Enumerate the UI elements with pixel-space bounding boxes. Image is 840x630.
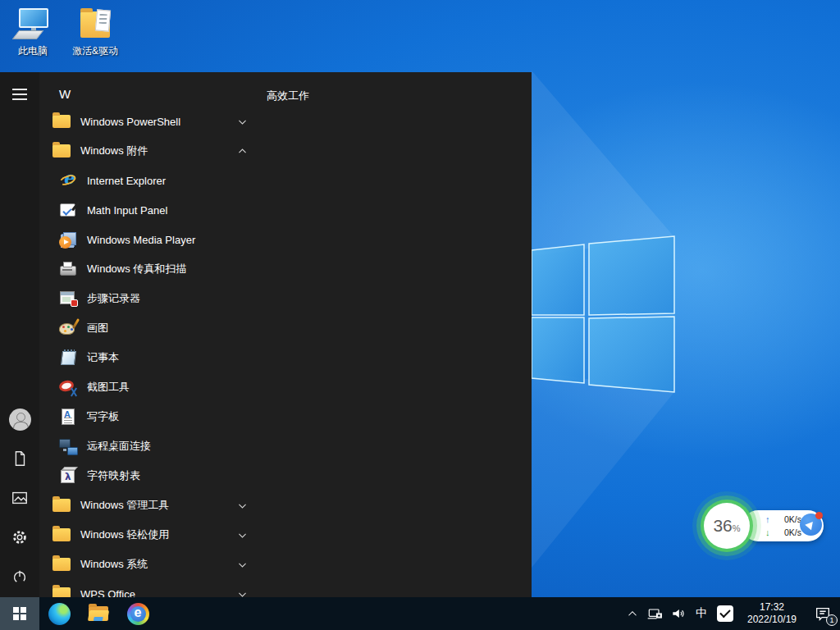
desktop-icon-label: 此电脑 [18,44,48,58]
memory-percent-sign: % [733,523,741,533]
taskbar-edge-button[interactable] [39,597,79,630]
start-menu-item[interactable]: 记事本 [39,343,262,372]
start-menu-item[interactable]: Internet Explorer [39,166,262,195]
start-menu-item-label: Windows 附件 [80,144,148,158]
edge-icon [48,603,71,625]
upload-speed: 0K/s [777,514,801,524]
character-map-icon [59,466,79,486]
chevron-down-icon [237,589,248,598]
start-menu-item-label: Windows Media Player [87,234,195,246]
paint-icon [59,318,79,338]
alphabet-section-header[interactable]: W [39,82,262,107]
folder-icon [52,141,72,161]
ime-indicator[interactable]: 中 [691,597,712,630]
notification-dot [815,512,823,519]
network-tray-button[interactable] [643,597,666,630]
start-menu-item-label: Windows PowerShell [80,116,180,128]
windows-logo-icon [13,607,26,620]
start-menu-item[interactable]: 画图 [39,313,262,343]
start-menu-item[interactable]: Windows 轻松使用 [39,520,262,550]
security-check-icon [717,605,733,622]
notification-badge: 1 [826,614,838,626]
start-menu-item-label: Internet Explorer [87,175,166,187]
chevron-down-icon [237,559,248,570]
taskbar-clock[interactable]: 17:32 2022/10/19 [738,601,806,626]
folder-icon [52,555,72,574]
chevron-up-icon [237,146,248,157]
taskbar-file-explorer-button[interactable] [79,597,118,630]
notepad-icon [59,348,79,368]
chevron-up-icon [625,606,640,621]
taskbar-browser-button[interactable] [118,597,158,630]
start-menu-item-label: 远程桌面连接 [87,439,151,454]
start-menu-item[interactable]: Windows 系统 [39,550,262,579]
start-menu-item[interactable]: 字符映射表 [39,461,262,491]
documents-button[interactable] [3,442,36,475]
start-menu-item[interactable]: Windows 管理工具 [39,491,262,520]
user-account-button[interactable] [3,403,36,436]
start-menu-item[interactable]: Windows PowerShell [39,107,262,136]
start-menu-item[interactable]: Windows 附件 [39,136,262,166]
start-menu-item-label: Windows 管理工具 [80,498,169,513]
start-menu-item-label: Windows 传真和扫描 [87,262,186,276]
start-menu-item-label: 字符映射表 [87,468,140,483]
hidden-icons-button[interactable] [622,597,643,630]
user-avatar-icon [9,409,31,431]
start-menu: W Windows PowerShell Windows 附件 Internet… [0,72,532,597]
expand-menu-button[interactable] [3,78,36,111]
start-menu-item-label: 画图 [87,321,108,336]
desktop-icon-label: 激活&驱动 [72,44,118,58]
volume-tray-button[interactable] [666,597,691,630]
boost-button[interactable] [800,514,822,536]
start-menu-item-label: 记事本 [87,350,119,365]
start-menu-tiles: 高效工作 [262,72,532,597]
net-speed-widget: 36 % ↑ 0K/s ↓ 0K/s [702,500,825,553]
speaker-icon [670,605,687,622]
media-player-icon [59,230,79,249]
folder-drivers-icon [76,5,114,44]
start-menu-item[interactable]: 步骤记录器 [39,284,262,313]
file-explorer-icon [88,605,109,623]
chevron-down-icon [237,530,248,541]
start-menu-item-label: 截图工具 [87,380,130,395]
start-menu-item-label: Windows 系统 [80,557,148,572]
snipping-tool-icon [59,377,79,397]
screen: 此电脑 激活&驱动 36 % ↑ 0K/s ↓ 0K/s [0,0,840,630]
start-menu-item[interactable]: 截图工具 [39,372,262,402]
network-icon [646,605,663,622]
chevron-down-icon [237,116,248,127]
start-menu-item-label: 步骤记录器 [87,291,140,306]
clock-time: 17:32 [760,601,784,614]
taskbar: 中 17:32 2022/10/19 1 [0,597,840,630]
start-menu-item-label: WPS Office [80,588,135,598]
start-menu-app-list: Windows PowerShell Windows 附件 Internet E… [39,107,262,597]
start-menu-item[interactable]: Math Input Panel [39,195,262,225]
folder-icon [52,495,72,515]
wordpad-icon [59,407,79,427]
security-tray-button[interactable] [712,597,738,630]
action-center-button[interactable]: 1 [806,597,840,630]
desktop-icon[interactable]: 激活&驱动 [64,5,126,58]
start-menu-item[interactable]: 写字板 [39,402,262,431]
steps-recorder-icon [59,289,79,308]
pictures-button[interactable] [3,482,36,514]
power-icon [11,568,29,586]
start-menu-item[interactable]: Windows Media Player [39,225,262,254]
start-menu-rail [0,72,39,597]
system-tray: 中 17:32 2022/10/19 1 [622,597,840,630]
document-icon [11,450,29,468]
desktop-icon[interactable]: 此电脑 [2,5,64,58]
memory-usage-ball[interactable]: 36 % [704,503,750,549]
start-menu-item[interactable]: Windows 传真和扫描 [39,254,262,284]
desktop-icons: 此电脑 激活&驱动 [2,5,126,58]
power-button[interactable] [3,560,36,593]
start-button[interactable] [0,597,39,630]
settings-button[interactable] [3,521,36,554]
start-menu-item[interactable]: 远程桌面连接 [39,431,262,461]
internet-explorer-icon [59,171,79,190]
chevron-down-icon [237,500,248,511]
memory-percent: 36 [713,516,732,536]
start-menu-item[interactable]: WPS Office [39,579,262,597]
upload-arrow-icon: ↑ [765,514,777,524]
tile-group-header[interactable]: 高效工作 [267,89,309,103]
